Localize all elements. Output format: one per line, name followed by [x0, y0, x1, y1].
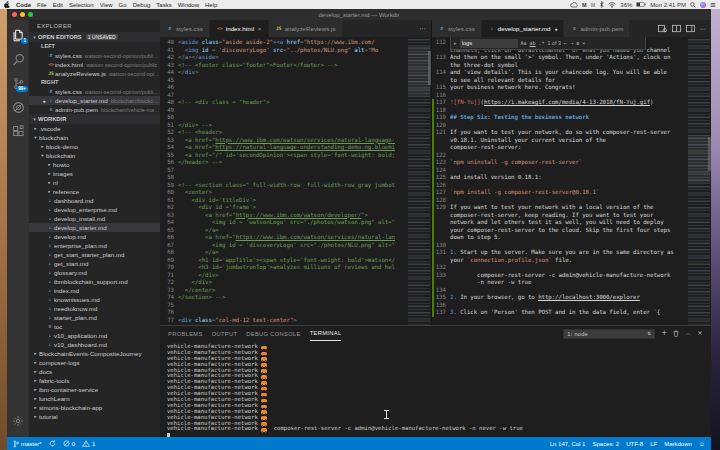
tree-item-get_start.md[interactable]: ↓get_start.md — [29, 259, 160, 268]
tab-styles.css[interactable]: #styles.css — [160, 20, 210, 37]
tree-item-knownissues.md[interactable]: ↓knownissues.md — [29, 295, 160, 304]
battery-icon[interactable] — [636, 2, 646, 7]
language-mode[interactable]: Markdown — [664, 441, 692, 447]
bluetooth-icon[interactable] — [599, 1, 604, 8]
panel-tab-problems[interactable]: PROBLEMS — [168, 326, 203, 341]
minimap-right[interactable] — [688, 39, 710, 325]
search-activity-icon[interactable] — [7, 47, 29, 71]
find-input[interactable] — [460, 39, 518, 48]
menu-go[interactable]: Go — [119, 2, 127, 8]
editor-index-html[interactable]: 40<aside class="aside aside-2"><a href="… — [160, 37, 431, 325]
tree-item-ibmblockchain_support.md[interactable]: ↓ibmblockchain_support.md — [29, 277, 160, 286]
tree-item-v10_application.md[interactable]: ↓v10_application.md — [29, 331, 160, 340]
tree-item-images[interactable]: ▸images — [29, 169, 160, 178]
eol[interactable]: LF — [650, 441, 657, 447]
menu-selection[interactable]: Selection — [69, 2, 94, 8]
menubar-clock[interactable]: Mon 2:41 PM — [650, 2, 686, 8]
tab-develop_starter.md[interactable]: ↓develop_starter.md● — [482, 20, 565, 37]
minimap-left[interactable] — [408, 39, 430, 325]
new-terminal-icon[interactable]: + — [661, 330, 667, 337]
close-panel-icon[interactable]: × — [697, 330, 703, 337]
cursor-position[interactable]: Ln 147, Col 1 — [550, 441, 586, 447]
regex-icon[interactable]: .* — [539, 40, 545, 46]
indentation[interactable]: Spaces: 2 — [592, 441, 619, 447]
tree-item-.vscode[interactable]: ▸.vscode — [29, 124, 160, 133]
tree-item-block-demo[interactable]: ▸block-demo — [29, 142, 160, 151]
maximize-panel-icon[interactable]: ︿ — [685, 330, 691, 337]
error-count[interactable]: 0 — [63, 440, 75, 447]
explorer-activity-icon[interactable]: 1 — [7, 23, 29, 47]
spotlight-search-icon[interactable] — [690, 2, 696, 8]
panel-tab-output[interactable]: OUTPUT — [212, 326, 238, 341]
debug-activity-icon[interactable] — [7, 95, 29, 119]
open-editor-admin-pub.pem[interactable]: ≡admin-pub.pemblockchain/vehicle-manufac… — [29, 105, 160, 114]
toggle-replace-icon[interactable]: ▸ — [454, 40, 457, 46]
close-tab-icon[interactable]: × — [258, 25, 262, 32]
menu-window[interactable]: Window — [178, 2, 199, 8]
tree-item-ibm-container-service[interactable]: ▸ibm-container-service — [29, 385, 160, 394]
tree-item-BlockchainEvents-CompositeJourney[interactable]: ▸BlockchainEvents-CompositeJourney — [29, 349, 160, 358]
tree-item-docs[interactable]: ▸docs — [29, 367, 160, 376]
panel-tab-debug-console[interactable]: DEBUG CONSOLE — [246, 326, 300, 341]
tree-item-fabric-tools[interactable]: ▸fabric-tools — [29, 376, 160, 385]
open-editor-analyzeReviews.js[interactable]: JSanalyzeReviews.jswatson-second-opinion… — [29, 69, 160, 78]
notification-center-icon[interactable] — [710, 2, 716, 8]
tree-item-glossary.md[interactable]: ↓glossary.md — [29, 268, 160, 277]
app-status-icon[interactable]: M — [582, 2, 587, 8]
warning-count[interactable]: 1 — [82, 440, 95, 447]
toggle-layout-icon[interactable] — [686, 24, 695, 33]
cloud-status-icon[interactable] — [570, 2, 578, 8]
tree-item-howto[interactable]: ▸howto — [29, 160, 160, 169]
menu-debug[interactable]: Debug — [133, 2, 151, 8]
menu-tasks[interactable]: Tasks — [156, 2, 171, 8]
split-editor-icon[interactable] — [672, 24, 681, 33]
tree-item-blockchain[interactable]: ▾blockchain — [29, 151, 160, 160]
tree-item-index.md[interactable]: ↓index.md — [29, 286, 160, 295]
tree-item-needtoknow.md[interactable]: ↓needtoknow.md — [29, 304, 160, 313]
menu-view[interactable]: View — [100, 2, 113, 8]
panel-tab-terminal[interactable]: TERMINAL — [310, 326, 342, 341]
tree-item-blockchain[interactable]: ▾blockchain — [29, 133, 160, 142]
tree-item-develop_install.md[interactable]: ↓develop_install.md — [29, 214, 160, 223]
tree-item-simons-blockchain-app[interactable]: ▸simons-blockchain-app — [29, 403, 160, 412]
open-editors-header[interactable]: ▾ OPEN EDITORS 1 UNSAVED — [29, 32, 160, 42]
apple-menu-icon[interactable] — [4, 1, 10, 8]
tree-item-develop_starter.md[interactable]: ↓develop_starter.md — [29, 223, 160, 232]
scrollbar-left[interactable] — [428, 51, 431, 85]
open-editor-styles.css[interactable]: #styles.csswatson-second-opinion/public/… — [29, 51, 160, 60]
menu-file[interactable]: File — [37, 2, 47, 8]
wifi-icon[interactable] — [608, 2, 616, 8]
find-prev-icon[interactable]: ← — [564, 40, 567, 46]
menu-edit[interactable]: Edit — [53, 2, 63, 8]
find-next-icon[interactable]: → — [570, 40, 573, 46]
tab-index.html[interactable]: <>index.html× — [210, 20, 269, 37]
tree-item-starter_plan.md[interactable]: ↓starter_plan.md — [29, 313, 160, 322]
siri-icon[interactable] — [700, 2, 706, 8]
scrollbar-right[interactable] — [708, 137, 711, 171]
menu-code[interactable]: Code — [16, 2, 31, 8]
terminal-picker-dropdown[interactable]: 1: node⇅ — [563, 329, 655, 339]
tab-styles.css[interactable]: #styles.css — [432, 20, 482, 37]
open-editor-index.html[interactable]: <>index.htmlwatson-second-opinion/public — [29, 60, 160, 69]
terminal[interactable]: vehicle-manufacture-networkvehicle-manuf… — [160, 341, 711, 437]
feedback-smiley-icon[interactable]: ☺ — [699, 441, 705, 447]
extensions-activity-icon[interactable] — [7, 119, 29, 143]
open-editor-styles.css[interactable]: #styles.csswatson-second-opinion/public/… — [29, 87, 160, 96]
kill-terminal-icon[interactable] — [673, 330, 679, 337]
source-control-activity-icon[interactable]: 99+ — [7, 71, 29, 95]
tree-item-dashboard.md[interactable]: ↓dashboard.md — [29, 196, 160, 205]
tree-item-composer-logs[interactable]: ▸composer-logs — [29, 358, 160, 367]
tree-item-toc[interactable]: ≡toc — [29, 322, 160, 331]
editor-develop-starter-md[interactable]: 112networkchannels, click on 'defaultcha… — [432, 37, 711, 325]
find-in-selection-icon[interactable]: ≡ — [576, 40, 579, 46]
tree-item-develop.md[interactable]: ↓develop.md — [29, 232, 160, 241]
tree-item-nl[interactable]: ▸nl — [29, 178, 160, 187]
menu-help[interactable]: Help — [205, 2, 217, 8]
tree-item-lunchLearn[interactable]: ▸lunchLearn — [29, 394, 160, 403]
tree-item-get_start_starter_plan.md[interactable]: ↓get_start_starter_plan.md — [29, 250, 160, 259]
workdir-header[interactable]: ▾ WORKDIR — [29, 114, 160, 124]
tree-item-reference[interactable]: ▸reference — [29, 187, 160, 196]
more-actions-icon[interactable]: ⋯ — [414, 20, 431, 37]
tree-item-enterprise_plan.md[interactable]: ↓enterprise_plan.md — [29, 241, 160, 250]
more-actions-icon[interactable]: ⋯ — [700, 25, 706, 32]
